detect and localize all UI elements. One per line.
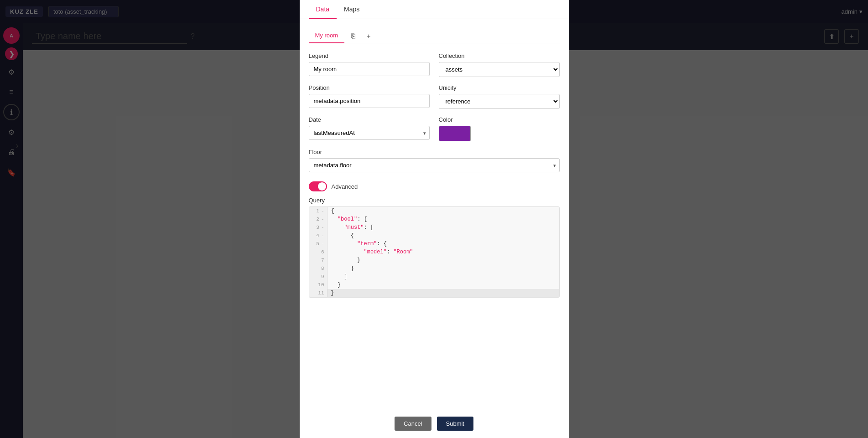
- date-label: Date: [309, 116, 430, 123]
- code-line-9: 9 ]: [309, 273, 559, 281]
- date-select-wrapper: lastMeasuredAt createdAt updatedAt ▾: [309, 126, 430, 140]
- unicity-select[interactable]: reference none custom: [439, 94, 560, 109]
- date-group: Date lastMeasuredAt createdAt updatedAt …: [309, 116, 430, 141]
- code-line-6: 6 "model": "Room": [309, 248, 559, 256]
- floor-group: Floor metadata.floor metadata.level ▾: [309, 149, 560, 172]
- position-group: Position: [309, 84, 430, 109]
- color-swatch[interactable]: [439, 126, 471, 141]
- legend-label: Legend: [309, 52, 430, 59]
- code-line-4: 4- {: [309, 232, 559, 240]
- inner-tab-bar: My room ⎘ +: [309, 28, 560, 43]
- position-input[interactable]: [309, 94, 430, 108]
- tab-maps[interactable]: Maps: [337, 0, 367, 19]
- code-line-1: 1- {: [309, 207, 559, 215]
- tab-data[interactable]: Data: [309, 0, 337, 19]
- position-label: Position: [309, 84, 430, 91]
- add-tab-icon[interactable]: +: [362, 29, 375, 42]
- copy-tab-icon[interactable]: ⎘: [346, 29, 360, 42]
- advanced-toggle-switch[interactable]: [309, 181, 327, 191]
- code-line-3: 3- "must": [: [309, 223, 559, 232]
- color-label: Color: [439, 116, 560, 123]
- color-group: Color: [439, 116, 560, 141]
- floor-select-wrapper: metadata.floor metadata.level ▾: [309, 158, 560, 172]
- code-editor[interactable]: 1- { 2- "bool": { 3- "must": [ 4- {: [309, 206, 560, 298]
- modal-tab-bar: Data Maps: [300, 0, 569, 19]
- code-line-8: 8 }: [309, 264, 559, 273]
- advanced-section: Advanced Query 1- { 2- "bool": { 3- "mus…: [309, 181, 560, 298]
- date-select[interactable]: lastMeasuredAt createdAt updatedAt: [309, 126, 430, 140]
- collection-select[interactable]: assets devices sensors: [439, 62, 560, 77]
- submit-button[interactable]: Submit: [437, 417, 473, 431]
- floor-select[interactable]: metadata.floor metadata.level: [309, 158, 560, 172]
- advanced-label: Advanced: [332, 183, 358, 190]
- code-line-2: 2- "bool": {: [309, 215, 559, 223]
- legend-group: Legend: [309, 52, 430, 77]
- query-label: Query: [309, 197, 560, 204]
- form-grid: Legend Collection assets devices sensors…: [309, 52, 560, 141]
- unicity-label: Unicity: [439, 84, 560, 91]
- code-line-5: 5- "term": {: [309, 240, 559, 248]
- legend-input[interactable]: [309, 62, 430, 76]
- unicity-group: Unicity reference none custom: [439, 84, 560, 109]
- code-line-11: 11 }: [309, 289, 559, 297]
- code-line-10: 10 }: [309, 281, 559, 289]
- cancel-button[interactable]: Cancel: [395, 417, 431, 431]
- advanced-toggle: Advanced: [309, 181, 560, 191]
- code-line-7: 7 }: [309, 256, 559, 264]
- floor-label: Floor: [309, 149, 560, 155]
- modal-footer: Cancel Submit: [300, 409, 569, 438]
- modal-body: My room ⎘ + Legend Collection assets dev…: [300, 19, 569, 409]
- toggle-knob: [318, 182, 326, 191]
- collection-group: Collection assets devices sensors: [439, 52, 560, 77]
- inner-tab-my-room[interactable]: My room: [309, 28, 345, 43]
- modal-dialog: Data Maps My room ⎘ + Legend Collection: [300, 0, 569, 438]
- collection-label: Collection: [439, 52, 560, 59]
